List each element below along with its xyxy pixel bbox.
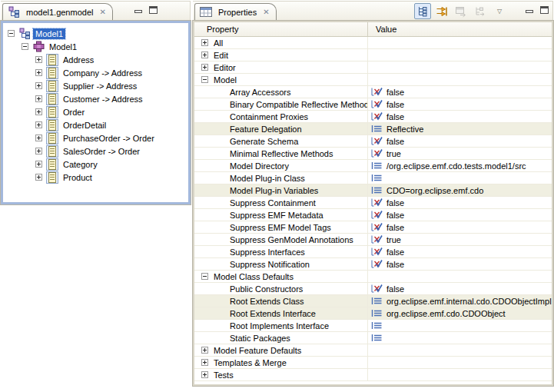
property-name: Model Plug-in Variables [230, 186, 318, 195]
tree-item[interactable]: Model1 [3, 40, 188, 53]
property-value: org.eclipse.emf.internal.cdo.CDOObjectIm… [386, 297, 552, 306]
expander-icon[interactable] [201, 64, 208, 71]
expander-icon[interactable] [35, 135, 42, 141]
expander-icon[interactable] [201, 39, 208, 46]
property-row[interactable]: Tests [194, 369, 552, 381]
property-row[interactable]: Suppress GenModel Annotations true [194, 234, 552, 246]
property-row[interactable]: Suppress Containment false [194, 197, 552, 209]
property-row[interactable]: Edit [194, 49, 552, 61]
tree-item[interactable]: Customer -> Address [3, 92, 188, 105]
boolean-value-icon [371, 234, 383, 244]
tree-item[interactable]: Category [3, 158, 188, 171]
tree-item[interactable]: Address [3, 53, 188, 66]
show-advanced-properties-button[interactable] [433, 3, 450, 19]
maximize-icon[interactable] [540, 6, 549, 14]
expander-icon[interactable] [35, 174, 42, 181]
class-icon [46, 158, 58, 171]
property-value: true [386, 149, 401, 158]
tree-item[interactable]: OrderDetail [3, 118, 188, 131]
minimize-icon[interactable] [526, 10, 533, 13]
expander-icon[interactable] [8, 30, 15, 37]
expander-icon[interactable] [35, 148, 42, 154]
property-name: Binary Compatible Reflective Methods [230, 100, 368, 109]
pin-to-selection-button[interactable] [472, 3, 489, 19]
editor-tab-label: model1.genmodel [26, 8, 93, 17]
show-categories-button[interactable] [414, 3, 431, 19]
property-row[interactable]: Array Accessors false [194, 86, 552, 98]
property-value: true [386, 235, 401, 244]
tree-item[interactable]: PurchaseOrder -> Order [3, 131, 188, 145]
tab-model1-genmodel[interactable]: model1.genmodel ✕ [2, 3, 113, 21]
column-header-value[interactable]: Value [368, 25, 552, 34]
property-row[interactable]: Suppress Interfaces false [194, 246, 552, 258]
property-row[interactable]: Root Extends Class org.eclipse.emf.inter… [194, 295, 552, 307]
property-row[interactable]: Containment Proxies false [194, 111, 552, 123]
boolean-value-icon [371, 148, 383, 158]
tree-item-label: Product [61, 172, 95, 183]
tab-properties[interactable]: Properties ✕ [194, 3, 277, 21]
view-menu-button[interactable]: ▽ [491, 3, 508, 19]
minimize-icon[interactable] [134, 10, 142, 13]
maximize-icon[interactable] [149, 6, 158, 14]
expander-icon[interactable] [201, 273, 208, 280]
property-row[interactable]: Binary Compatible Reflective Methods fal… [194, 98, 552, 111]
boolean-value-icon [371, 210, 383, 220]
expander-icon[interactable] [201, 51, 208, 58]
property-row[interactable]: Model Plug-in Class [194, 172, 552, 184]
pin-to-selection-icon [474, 5, 486, 18]
tree-item[interactable]: Company -> Address [3, 66, 188, 79]
property-row[interactable]: Model Plug-in Variables CDO=org.eclipse.… [194, 184, 552, 197]
expander-icon[interactable] [35, 56, 42, 63]
property-row[interactable]: Root Implements Interface [194, 320, 552, 332]
class-icon [46, 106, 58, 118]
property-row[interactable]: All [194, 37, 552, 49]
expander-icon[interactable] [35, 82, 42, 89]
property-value: false [386, 100, 404, 109]
property-value: Reflective [386, 125, 423, 134]
tree-item-label: Order [61, 107, 87, 118]
text-value-icon [371, 124, 383, 134]
expander-icon[interactable] [22, 43, 28, 50]
expander-icon[interactable] [35, 69, 42, 76]
property-value: /org.eclipse.emf.cdo.tests.model1/src [386, 161, 526, 171]
property-name: Model Class Defaults [214, 272, 294, 281]
property-row[interactable]: Suppress EMF Metadata false [194, 209, 552, 221]
text-value-icon [371, 333, 383, 343]
expander-icon[interactable] [35, 161, 42, 168]
column-header-property[interactable]: Property [194, 22, 368, 36]
tree-item-label: OrderDetail [61, 120, 108, 131]
property-row[interactable]: Templates & Merge [194, 357, 552, 369]
property-row[interactable]: Feature Delegation Reflective [194, 123, 552, 135]
expander-icon[interactable] [201, 359, 208, 366]
property-row[interactable]: Suppress EMF Model Tags false [194, 221, 552, 234]
property-row[interactable]: Generate Schema false [194, 135, 552, 148]
close-icon[interactable]: ✕ [263, 8, 269, 16]
tree-item[interactable]: Supplier -> Address [3, 79, 188, 92]
expander-icon[interactable] [35, 108, 42, 115]
tree-item[interactable]: SalesOrder -> Order [3, 145, 188, 158]
class-icon [46, 171, 58, 184]
expander-icon[interactable] [201, 371, 208, 378]
boolean-value-icon [371, 87, 383, 97]
expander-icon[interactable] [201, 347, 208, 354]
property-row[interactable]: Public Constructors false [194, 283, 552, 295]
tree-item[interactable]: Product [3, 171, 188, 184]
restore-default-value-button[interactable] [453, 3, 469, 19]
expander-icon[interactable] [35, 95, 42, 102]
close-icon[interactable]: ✕ [99, 8, 105, 16]
property-row[interactable]: Model Directory /org.eclipse.emf.cdo.tes… [194, 160, 552, 172]
tree-item[interactable]: Model1 [3, 27, 188, 40]
tree-item[interactable]: Order [3, 105, 188, 118]
property-row[interactable]: Model [194, 74, 552, 86]
property-row[interactable]: Root Extends Interface org.eclipse.emf.c… [194, 307, 552, 320]
property-row[interactable]: Editor [194, 61, 552, 74]
tree-item-label: PurchaseOrder -> Order [61, 133, 157, 144]
property-row[interactable]: Static Packages [194, 332, 552, 344]
expander-icon[interactable] [201, 76, 208, 83]
property-row[interactable]: Model Feature Defaults [194, 344, 552, 357]
expander-icon[interactable] [35, 121, 42, 128]
property-row[interactable]: Suppress Notification false [194, 258, 552, 271]
property-row[interactable]: Model Class Defaults [194, 271, 552, 283]
property-row[interactable]: Minimal Reflective Methods true [194, 148, 552, 160]
tree-item-label: Company -> Address [61, 68, 144, 78]
